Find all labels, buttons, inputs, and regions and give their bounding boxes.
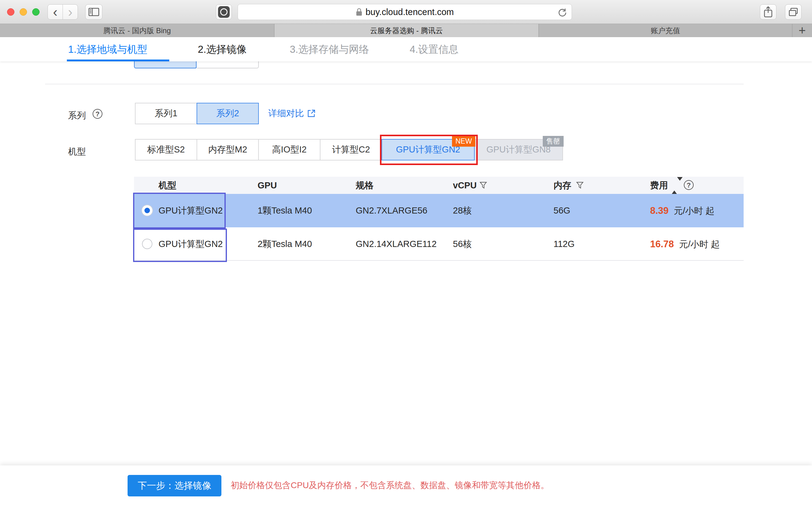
type-gn8-label: GPU计算型GN8 (486, 144, 550, 156)
detailed-compare-link[interactable]: 详细对比 (268, 108, 315, 119)
type-gpu-gn8-button[interactable]: GPU计算型GN8 售罄 (474, 139, 563, 160)
series-1-button[interactable]: 系列1 (135, 103, 197, 124)
cell-vcpu: 56核 (453, 227, 472, 261)
clipped-toggle-unselected[interactable] (197, 60, 259, 68)
cell-memory: 112G (553, 227, 575, 261)
cell-fee: 16.78 元/小时 起 (650, 227, 720, 261)
tab-overview-icon (788, 7, 798, 17)
header-vcpu: vCPU (453, 177, 477, 194)
fee-help-icon[interactable]: ? (684, 180, 694, 190)
cell-gpu: 1颗Tesla M40 (258, 194, 312, 227)
header-memory: 内存 (553, 177, 571, 194)
header-fee: 费用 (650, 177, 668, 194)
series-2-button[interactable]: 系列2 (197, 103, 259, 124)
next-step-button[interactable]: 下一步：选择镜像 (127, 475, 221, 496)
share-button[interactable] (760, 4, 776, 20)
series-help-icon[interactable]: ? (92, 109, 102, 119)
extension-button[interactable] (216, 4, 232, 20)
tab-bar: 腾讯云 - 国内版 Bing 云服务器选购 - 腾讯云 账户充值 + (0, 24, 812, 37)
vcpu-filter-icon[interactable] (480, 182, 487, 189)
lock-icon (356, 7, 362, 17)
cell-spec: GN2.7XLARGE56 (356, 194, 428, 227)
price-note: 初始价格仅包含CPU及内存价格，不包含系统盘、数据盘、镜像和带宽等其他价格。 (231, 466, 549, 505)
plus-icon: + (799, 24, 806, 37)
step-region-and-model[interactable]: 1.选择地域与机型 (68, 37, 148, 61)
machine-type-button-group: 标准型S2 内存型M2 高IO型I2 计算型C2 GPU计算型GN2 NEW G… (135, 139, 563, 160)
step-image[interactable]: 2.选择镜像 (198, 37, 247, 61)
series-label: 系列 (68, 110, 86, 122)
maximize-window-button[interactable] (32, 8, 40, 16)
type-standard-s2-button[interactable]: 标准型S2 (135, 139, 197, 160)
tab-server-purchase[interactable]: 云服务器选购 - 腾讯云 (274, 24, 539, 37)
external-link-icon (307, 109, 315, 118)
series-button-group: 系列1 系列2 (135, 103, 259, 124)
new-tab-button[interactable]: + (792, 24, 812, 37)
address-bar[interactable]: buy.cloud.tencent.com (238, 4, 572, 20)
machine-type-label: 机型 (68, 146, 86, 158)
cell-memory: 56G (553, 194, 570, 227)
soldout-badge: 售罄 (543, 136, 564, 147)
cell-gpu: 2颗Tesla M40 (258, 227, 312, 261)
cell-fee: 8.39 元/小时 起 (650, 194, 715, 228)
annotation-purple-box-row2 (133, 228, 227, 262)
clipped-toggle-selected[interactable] (134, 60, 197, 68)
screen-record-icon (218, 6, 230, 18)
type-memory-m2-button[interactable]: 内存型M2 (197, 139, 259, 160)
header-gpu: GPU (258, 177, 277, 194)
minimize-window-button[interactable] (20, 8, 27, 16)
header-model: 机型 (159, 177, 176, 194)
tab-title: 云服务器选购 - 腾讯云 (370, 26, 443, 36)
price-unit: 元/小时 起 (679, 239, 720, 249)
type-highio-i2-button[interactable]: 高IO型I2 (258, 139, 320, 160)
section-divider (45, 84, 744, 85)
price-value: 16.78 (650, 239, 674, 249)
step-navigation: 1.选择地域与机型 2.选择镜像 3.选择存储与网络 4.设置信息 (0, 37, 812, 61)
clipped-toggle-group (134, 60, 259, 68)
close-window-button[interactable] (7, 8, 14, 16)
table-header: 机型 GPU 规格 vCPU 内存 费用 ? (134, 177, 744, 194)
forward-button[interactable]: › (62, 4, 78, 20)
forward-icon: › (68, 4, 73, 20)
step-settings[interactable]: 4.设置信息 (410, 37, 459, 61)
tab-account-recharge[interactable]: 账户充值 (539, 24, 792, 37)
fee-sort-icon[interactable] (671, 181, 678, 190)
share-icon (764, 6, 773, 18)
safari-window: ‹ › buy.cloud.tencent (0, 0, 812, 505)
annotation-purple-box-row1 (133, 193, 226, 228)
sidebar-icon (88, 8, 99, 16)
type-compute-c2-button[interactable]: 计算型C2 (320, 139, 382, 160)
memory-filter-icon[interactable] (576, 182, 583, 189)
back-icon: ‹ (53, 4, 58, 20)
compare-link-label: 详细对比 (268, 108, 304, 120)
tab-title: 腾讯云 - 国内版 Bing (103, 26, 171, 36)
sidebar-toggle-button[interactable] (85, 4, 102, 20)
cell-vcpu: 28核 (453, 194, 472, 227)
tab-bing[interactable]: 腾讯云 - 国内版 Bing (0, 24, 274, 37)
url-text: buy.cloud.tencent.com (365, 7, 454, 17)
tab-overview-button[interactable] (785, 4, 802, 20)
price-value: 8.39 (650, 205, 668, 216)
reload-icon[interactable] (557, 8, 567, 17)
active-step-underline (67, 59, 169, 61)
price-unit: 元/小时 起 (674, 206, 714, 216)
browser-toolbar: ‹ › buy.cloud.tencent (0, 0, 812, 24)
step-storage-network[interactable]: 3.选择存储与网络 (290, 37, 369, 61)
footer-bar: 下一步：选择镜像 初始价格仅包含CPU及内存价格，不包含系统盘、数据盘、镜像和带… (0, 466, 812, 505)
tab-title: 账户充值 (651, 26, 680, 36)
cell-spec: GN2.14XLARGE112 (356, 227, 437, 261)
header-spec: 规格 (356, 177, 373, 194)
annotation-red-box (380, 135, 478, 165)
back-button[interactable]: ‹ (47, 4, 63, 20)
